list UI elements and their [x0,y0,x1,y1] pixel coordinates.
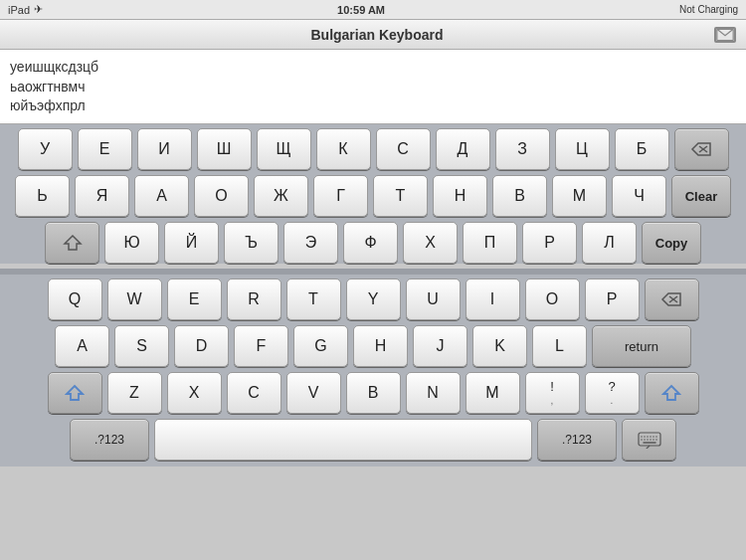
key-R[interactable]: R [227,279,281,320]
key-question-period[interactable]: ? . [585,372,640,414]
battery-status: Not Charging [679,4,738,15]
key-Q[interactable]: Q [48,279,102,320]
key-Ъ[interactable]: Ъ [224,222,279,264]
key-D[interactable]: D [174,325,229,367]
key-Р[interactable]: Р [522,222,577,264]
key-А[interactable]: А [134,175,189,217]
sym-key-right[interactable]: .?123 [537,419,617,461]
status-time: 10:59 AM [337,4,385,16]
key-Ш[interactable]: Ш [197,128,252,170]
text-line-1: уеишщксдзцб [10,58,736,78]
key-З[interactable]: З [495,128,550,170]
key-X[interactable]: X [167,372,222,414]
text-line-2: ьаожгтнвмч [10,78,736,97]
english-row-3: Z X C V B N M ! , ? . [4,372,742,414]
title-bar: Bulgarian Keyboard [0,20,746,50]
en-backspace-key[interactable] [645,279,699,320]
key-У[interactable]: У [18,128,73,170]
key-N[interactable]: N [406,372,461,414]
english-row-1: Q W E R T Y U I O P [4,279,742,320]
key-Я[interactable]: Я [75,175,129,217]
key-Б[interactable]: Б [615,128,669,170]
key-E[interactable]: E [167,279,222,320]
key-П[interactable]: П [463,222,517,264]
status-bar: iPad ✈ 10:59 AM Not Charging [0,0,746,20]
status-right: Not Charging [679,4,738,15]
shift-key[interactable] [45,222,99,264]
key-С[interactable]: С [376,128,431,170]
svg-marker-3 [65,236,81,250]
email-icon[interactable] [714,27,736,43]
keyboard-icon-key[interactable] [622,419,676,461]
bulgarian-row-3: Ю Й Ъ Э Ф Х П Р Л Copy [0,222,746,264]
status-left: iPad ✈ [8,3,43,16]
space-key[interactable] [154,419,532,461]
key-Ю[interactable]: Ю [104,222,159,264]
key-A[interactable]: A [55,325,109,367]
english-row-4: .?123 .?123 [4,419,742,467]
clear-button[interactable]: Clear [671,175,731,217]
bulgarian-row-1: У Е И Ш Щ К С Д З Ц Б [0,128,746,170]
key-Ц[interactable]: Ц [555,128,610,170]
key-O[interactable]: O [525,279,580,320]
en-shift-key-right[interactable] [645,372,699,414]
bulgarian-row-2: Ь Я А О Ж Г Т Н В М Ч Clear [0,175,746,217]
key-Щ[interactable]: Щ [257,128,311,170]
svg-marker-7 [663,386,679,400]
key-exclaim-comma[interactable]: ! , [525,372,580,414]
key-H[interactable]: H [353,325,408,367]
key-В[interactable]: В [492,175,547,217]
key-K[interactable]: K [472,325,527,367]
key-P[interactable]: P [585,279,640,320]
key-F[interactable]: F [234,325,288,367]
key-L[interactable]: L [532,325,587,367]
key-Ж[interactable]: Ж [254,175,308,217]
key-U[interactable]: U [406,279,461,320]
key-Z[interactable]: Z [107,372,162,414]
key-T[interactable]: T [286,279,341,320]
key-И[interactable]: И [137,128,192,170]
key-I[interactable]: I [466,279,520,320]
key-G[interactable]: G [293,325,348,367]
app-title: Bulgarian Keyboard [40,27,714,43]
backspace-key[interactable] [674,128,729,170]
english-keyboard: Q W E R T Y U I O P A S D F G H J K L re… [0,275,746,467]
key-W[interactable]: W [107,279,162,320]
key-J[interactable]: J [413,325,467,367]
key-Д[interactable]: Д [436,128,490,170]
svg-marker-6 [67,386,83,400]
key-Т[interactable]: Т [373,175,428,217]
key-Е[interactable]: Е [78,128,132,170]
text-area[interactable]: уеишщксдзцб ьаожгтнвмч юйъэфхпрл [0,50,746,124]
key-Г[interactable]: Г [313,175,368,217]
key-Й[interactable]: Й [164,222,219,264]
key-V[interactable]: V [286,372,341,414]
key-Ь[interactable]: Ь [15,175,70,217]
en-shift-key-left[interactable] [48,372,102,414]
key-Э[interactable]: Э [283,222,338,264]
copy-button[interactable]: Copy [642,222,701,264]
key-C[interactable]: C [227,372,281,414]
text-line-3: юйъэфхпрл [10,96,736,116]
key-Н[interactable]: Н [433,175,487,217]
svg-rect-0 [717,29,733,40]
key-О[interactable]: О [194,175,249,217]
key-Y[interactable]: Y [346,279,401,320]
key-К[interactable]: К [316,128,371,170]
key-B[interactable]: B [346,372,401,414]
wifi-icon: ✈ [34,3,43,16]
sym-key-left[interactable]: .?123 [70,419,149,461]
key-Х[interactable]: Х [403,222,458,264]
bulgarian-keyboard: У Е И Ш Щ К С Д З Ц Б Ь Я А О Ж Г Т Н В … [0,124,746,264]
return-key[interactable]: return [592,325,691,367]
key-Л[interactable]: Л [582,222,637,264]
english-row-2: A S D F G H J K L return [4,325,742,367]
status-device: iPad [8,4,30,16]
key-S[interactable]: S [114,325,169,367]
key-М[interactable]: М [552,175,607,217]
key-Ф[interactable]: Ф [343,222,398,264]
key-Ч[interactable]: Ч [612,175,666,217]
key-M[interactable]: M [466,372,520,414]
